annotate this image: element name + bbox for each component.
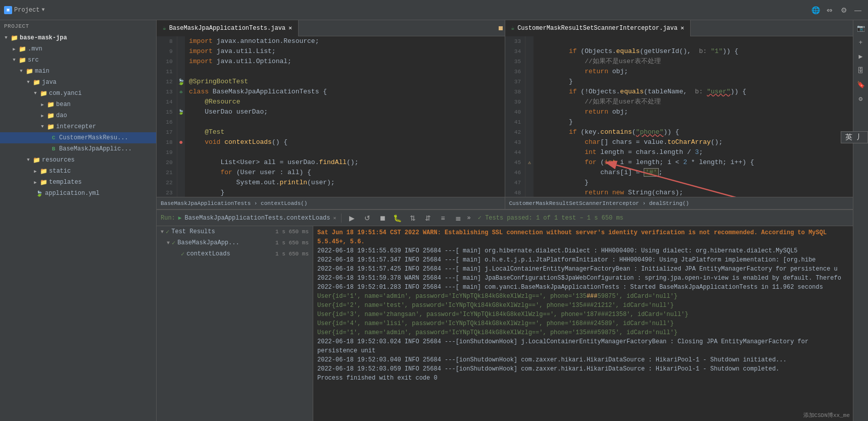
test-class-item[interactable]: ▼ ✓ BaseMaskJpaApp... 1 s 650 ms xyxy=(157,237,313,248)
tree-intercepter[interactable]: ▼ 📁 intercepter xyxy=(0,121,156,132)
tree-bean[interactable]: ▶ 📁 bean xyxy=(0,99,156,110)
rcode-38: 38 if (!Objects.equals(tableName, b: "us… xyxy=(505,87,853,97)
yanci-folder-icon: 📁 xyxy=(39,89,47,97)
tree-src[interactable]: ▼ 📁 src xyxy=(0,55,156,66)
code-line-17: 17 @Test xyxy=(157,127,504,137)
toolbar-more[interactable]: » xyxy=(467,215,471,222)
log-line-2: 2022-06-18 19:51:57.347 INFO 25684 ---[ … xyxy=(317,255,849,265)
main-layout: Project ▼ 📁 base-mask-jpa ▶ 📁 .mvn ▼ 📁 s… xyxy=(0,20,868,421)
static-folder-icon: 📁 xyxy=(39,167,47,175)
project-sidebar: Project ▼ 📁 base-mask-jpa ▶ 📁 .mvn ▼ 📁 s… xyxy=(0,20,157,421)
editors-row: ☕ BaseMaskJpaApplicationTests.java ✕ 8 xyxy=(157,20,853,209)
right-editor-tab[interactable]: ☕ CustomerMaskResultSetScannerIntercepto… xyxy=(505,20,691,36)
tree-static[interactable]: ▶ 📁 static xyxy=(0,166,156,177)
test-results-label: Test Results xyxy=(171,228,215,235)
src-label: src xyxy=(28,57,39,64)
tree-java[interactable]: ▼ 📁 java xyxy=(0,77,156,88)
test-results-header[interactable]: ▼ ✓ Test Results 1 s 650 ms xyxy=(157,226,313,237)
bm-label: BaseMaskJpaApplic... xyxy=(59,145,132,152)
tree-main[interactable]: ▼ 📁 main xyxy=(0,66,156,77)
code-line-21: 21 for (User user : all) { xyxy=(157,168,504,178)
code-line-11: 11 xyxy=(157,67,504,77)
rs-bookmark-icon[interactable]: 🔖 xyxy=(855,79,867,91)
main-arrow: ▼ xyxy=(17,67,25,75)
intercepter-label: intercepter xyxy=(56,123,96,130)
tpl-label: templates xyxy=(49,179,82,186)
project-icon: ▣ xyxy=(4,6,12,14)
globe-icon[interactable]: 🌐 xyxy=(809,4,822,16)
code-line-10: 10 import java.util.Optional; xyxy=(157,57,504,67)
tree-basemask[interactable]: B BaseMaskJpaApplic... xyxy=(0,143,156,154)
code-line-23: 23 } xyxy=(157,188,504,197)
run-label: Run: xyxy=(161,215,175,222)
settings-icon[interactable]: ⚙ xyxy=(838,4,850,16)
cm-java-icon: C xyxy=(50,134,58,142)
left-tab-bar: ☕ BaseMaskJpaApplicationTests.java ✕ xyxy=(157,20,505,36)
mvn-folder-icon: 📁 xyxy=(18,45,26,53)
rs-add-icon[interactable]: + xyxy=(855,36,867,48)
main-folder-icon: 📁 xyxy=(25,67,33,75)
collapse-all-button[interactable]: ≣ xyxy=(452,212,464,224)
log-line-5: 2022-06-18 19:52:01.283 INFO 25684 ---[ … xyxy=(317,283,849,292)
tree-root[interactable]: ▼ 📁 base-mask-jpa xyxy=(0,32,156,43)
root-arrow: ▼ xyxy=(2,34,10,42)
log-line-8: User{id='3', name='zhangsan', password='… xyxy=(317,310,849,319)
log-area[interactable]: Sat Jun 18 19:51:54 CST 2022 WARN: Estab… xyxy=(313,226,853,421)
rs-run-icon[interactable]: ▶ xyxy=(855,50,867,63)
tree-templates[interactable]: ▶ 📁 templates xyxy=(0,177,156,188)
log-line-15: Process finished with exit code 0 xyxy=(317,374,849,383)
test-method-item[interactable]: ✓ contextLoads 1 s 650 ms xyxy=(157,248,313,259)
tree-resources[interactable]: ▼ 📁 resources xyxy=(0,154,156,166)
run-tab-close[interactable]: ✕ xyxy=(333,215,336,221)
left-tab-close[interactable]: ✕ xyxy=(288,24,292,32)
rcode-40: 40 return obj; xyxy=(505,107,853,117)
sort-asc-button[interactable]: ⇅ xyxy=(407,212,419,224)
cm-arrow xyxy=(45,134,50,142)
test-class-time: 1 s 650 ms xyxy=(275,240,309,246)
run-file-label: BaseMaskJpaApplicationTests.contextLoads xyxy=(184,215,330,222)
right-code-scroll[interactable]: 33 34 if (Objects.equals(getUserId(), b:… xyxy=(505,36,853,197)
test-passed-label: ✓ Tests passed: 1 of 1 test – 1 s 650 ms xyxy=(478,214,623,222)
tree-dao[interactable]: ▶ 📁 dao xyxy=(0,110,156,121)
intercepter-arrow: ▼ xyxy=(38,123,46,131)
project-label[interactable]: ▣ Project ▼ xyxy=(4,6,44,14)
left-tab-filename: BaseMaskJpaApplicationTests.java xyxy=(169,25,285,32)
stop-button[interactable]: ⏹ xyxy=(376,212,389,224)
tree-com-yanci[interactable]: ▼ 📁 com.yanci xyxy=(0,88,156,99)
java-folder-icon: 📁 xyxy=(32,78,40,86)
run-button[interactable]: ▶ xyxy=(346,212,358,224)
rs-db-icon[interactable]: 🗄 xyxy=(855,65,867,77)
project-dropdown-icon[interactable]: ▼ xyxy=(41,7,44,13)
src-folder-icon: 📁 xyxy=(18,56,26,64)
java-label: java xyxy=(42,79,57,86)
rerun-button[interactable]: ↺ xyxy=(361,212,373,224)
code-line-19: 19 xyxy=(157,147,504,157)
run-tab[interactable]: ▶ BaseMaskJpaApplicationTests.contextLoa… xyxy=(178,215,336,222)
log-line-3: 2022-06-18 19:51:57.425 INFO 25684 ---[ … xyxy=(317,265,849,274)
right-tab-close[interactable]: ✕ xyxy=(681,24,684,32)
tree-customer-mask[interactable]: C CustomerMaskResu... xyxy=(0,132,156,143)
bottom-split: ▼ ✓ Test Results 1 s 650 ms ▼ ✓ BaseMask… xyxy=(157,226,853,421)
minimize-icon[interactable]: — xyxy=(852,4,864,16)
mvn-arrow: ▶ xyxy=(10,45,18,53)
test-class-label: BaseMaskJpaApp... xyxy=(177,239,239,246)
bottom-panel: Run: ▶ BaseMaskJpaApplicationTests.conte… xyxy=(157,209,853,421)
yml-file-icon: 🍃 xyxy=(35,189,43,197)
code-line-22: 22 System.out.println(user); xyxy=(157,178,504,188)
yanci-arrow: ▼ xyxy=(31,89,39,97)
debug-button[interactable]: 🐛 xyxy=(392,212,404,224)
tree-appyml[interactable]: 🍃 application.yml xyxy=(0,188,156,199)
expand-all-button[interactable]: ≡ xyxy=(437,212,449,224)
tree-mvn[interactable]: ▶ 📁 .mvn xyxy=(0,43,156,55)
split-icon[interactable]: ⇔ xyxy=(824,4,836,16)
left-editor-tab[interactable]: ☕ BaseMaskJpaApplicationTests.java ✕ xyxy=(157,20,299,36)
test-results-pass-icon: ✓ xyxy=(166,228,169,236)
left-code-table: 8 import javax.annotation.Resource; 9 im… xyxy=(157,36,505,197)
rcode-36: 36 return obj; xyxy=(505,67,853,77)
mvn-label: .mvn xyxy=(28,45,42,52)
log-line-0: Sat Jun 18 19:51:54 CST 2022 WARN: Estab… xyxy=(317,228,849,246)
rs-camera-icon[interactable]: 📷 xyxy=(855,22,867,34)
sort-desc-button[interactable]: ⇵ xyxy=(422,212,434,224)
rs-settings2-icon[interactable]: ⚙ xyxy=(855,93,867,105)
left-code-scroll[interactable]: 8 import javax.annotation.Resource; 9 im… xyxy=(157,36,505,197)
